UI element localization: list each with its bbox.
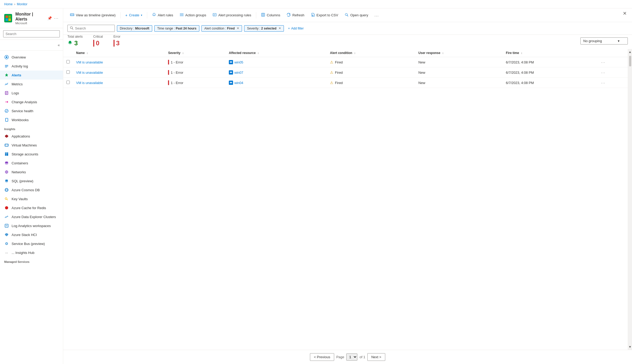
sidebar-item-label-metrics: Metrics: [12, 82, 23, 86]
scroll-down-icon[interactable]: ▼: [628, 344, 632, 350]
add-filter-button[interactable]: + Add filter: [286, 26, 306, 31]
breadcrumb-home[interactable]: Home: [4, 2, 13, 6]
stat-error: Error 3: [113, 35, 121, 47]
next-page-button[interactable]: Next >: [367, 353, 385, 361]
sidebar-item-key-vaults[interactable]: Key Vaults: [0, 194, 63, 203]
pin-icon[interactable]: 📌: [47, 16, 52, 20]
refresh-button[interactable]: Refresh: [284, 11, 307, 19]
sidebar-item-service-health[interactable]: Service health: [0, 106, 63, 115]
service-bus-icon: [4, 241, 9, 246]
more-icon[interactable]: ···: [54, 16, 59, 20]
toolbar: View as timeline (preview) + Create ▾ Al…: [63, 8, 632, 22]
row-name-cell: VM is unavailable: [73, 67, 165, 78]
toolbar-more-button[interactable]: ...: [372, 12, 382, 19]
sidebar-item-metrics[interactable]: Metrics: [0, 80, 63, 88]
refresh-label: Refresh: [292, 13, 304, 17]
action-groups-button[interactable]: Action groups: [177, 11, 209, 19]
row-menu-cell[interactable]: ···: [598, 57, 628, 67]
severity-text-2: 1 - Error: [171, 81, 183, 85]
alert-name-link-2[interactable]: VM is unavailable: [76, 81, 103, 85]
sidebar-item-logs[interactable]: Logs: [0, 88, 63, 97]
scroll-up-icon[interactable]: ▲: [628, 49, 632, 55]
alert-rules-button[interactable]: Alert rules: [149, 11, 176, 19]
create-button[interactable]: + Create ▾: [123, 12, 145, 19]
th-user-response[interactable]: User response ↕: [415, 49, 503, 57]
svg-line-35: [7, 216, 8, 217]
total-alerts-value: 3: [67, 40, 83, 47]
sidebar-item-insights-hub[interactable]: ··· ... Insights Hub: [0, 248, 63, 257]
th-affected-resource[interactable]: Affected resource ↕: [226, 49, 327, 57]
th-fire-time[interactable]: Fire time ↕: [503, 49, 598, 57]
row-menu-cell[interactable]: ···: [598, 67, 628, 78]
alert-name-link-0[interactable]: VM is unavailable: [76, 60, 103, 64]
page-number-select[interactable]: 1: [346, 353, 357, 361]
columns-button[interactable]: Columns: [258, 11, 283, 19]
row-name-cell: VM is unavailable: [73, 78, 165, 88]
sidebar-item-azure-stack-hci[interactable]: Azure Stack HCI: [0, 230, 63, 239]
collapse-sidebar-button[interactable]: «: [57, 42, 61, 48]
previous-page-button[interactable]: < Previous: [310, 353, 334, 361]
insights-section-title: Insights: [0, 124, 63, 132]
alert-name-link-1[interactable]: VM is unavailable: [76, 71, 103, 75]
export-csv-button[interactable]: Export to CSV: [308, 11, 341, 19]
row-checkbox-cell[interactable]: [63, 78, 73, 88]
th-checkbox: [63, 49, 73, 57]
sidebar-item-networks[interactable]: Networks: [0, 168, 63, 176]
content-area: Name ↕ Severity ↕ Affected resource ↕: [63, 49, 632, 350]
svg-rect-53: [261, 13, 265, 16]
row-checkbox-1[interactable]: [66, 70, 70, 74]
sidebar-item-sql[interactable]: SQL (preview): [0, 176, 63, 185]
row-user-response-cell: New: [415, 67, 503, 78]
svg-rect-19: [5, 144, 8, 146]
sidebar-item-storage-accounts[interactable]: Storage accounts: [0, 150, 63, 159]
sidebar-item-service-bus[interactable]: Service Bus (preview): [0, 239, 63, 248]
filter-severity-close-icon[interactable]: ✕: [279, 27, 281, 30]
alert-rules-icon: [152, 13, 156, 18]
breadcrumb-monitor[interactable]: Monitor: [17, 2, 27, 6]
svg-rect-36: [5, 224, 8, 227]
row-checkbox-2[interactable]: [66, 81, 70, 84]
filter-condition-close-icon[interactable]: ✕: [237, 27, 239, 30]
sidebar-item-alerts[interactable]: Alerts: [0, 71, 63, 80]
pagination: < Previous Page 1 of 1 Next >: [63, 350, 632, 364]
row-user-response-cell: New: [415, 78, 503, 88]
view-timeline-button[interactable]: View as timeline (preview): [67, 11, 118, 19]
row-checkbox-cell[interactable]: [63, 57, 73, 67]
sidebar-search-input[interactable]: [3, 30, 60, 37]
row-menu-icon-1[interactable]: ···: [601, 71, 606, 75]
open-query-button[interactable]: Open query: [342, 11, 371, 19]
row-checkbox-0[interactable]: [66, 60, 70, 63]
sidebar-header-actions[interactable]: 📌 ···: [47, 16, 59, 20]
row-menu-icon-0[interactable]: ···: [601, 60, 606, 64]
row-menu-icon-2[interactable]: ···: [601, 81, 606, 85]
sidebar-item-azure-cache-redis[interactable]: Azure Cache for Redis: [0, 203, 63, 212]
sidebar-item-containers[interactable]: Containers: [0, 159, 63, 168]
filter-search-area[interactable]: [67, 25, 115, 32]
resource-link-2[interactable]: win04: [229, 81, 324, 85]
th-name[interactable]: Name ↕: [73, 49, 165, 57]
resource-link-1[interactable]: win07: [229, 70, 324, 75]
alert-processing-rules-button[interactable]: Alert processing rules: [210, 11, 254, 19]
sidebar-item-log-analytics[interactable]: Log Analytics workspaces: [0, 221, 63, 230]
grouping-dropdown[interactable]: No grouping ▾: [580, 37, 628, 45]
resource-link-0[interactable]: win05: [229, 60, 324, 64]
sidebar-item-change-analysis[interactable]: Change Analysis: [0, 97, 63, 106]
sidebar-item-activity-log[interactable]: Activity log: [0, 62, 63, 71]
row-menu-cell[interactable]: ···: [598, 78, 628, 88]
sidebar-item-applications[interactable]: Applications: [0, 132, 63, 141]
scroll-bar[interactable]: ▲ ▼: [628, 49, 632, 350]
row-checkbox-cell[interactable]: [63, 67, 73, 78]
th-severity[interactable]: Severity ↕: [165, 49, 225, 57]
alerts-table: Name ↕ Severity ↕ Affected resource ↕: [63, 49, 628, 88]
th-name-sort-icon: ↕: [87, 52, 88, 55]
sidebar-item-cosmos-db[interactable]: Azure Cosmos DB: [0, 185, 63, 194]
filter-pill-alert-condition[interactable]: Alert condition : Fired ✕: [201, 25, 242, 32]
sidebar-item-overview[interactable]: Overview: [0, 53, 63, 62]
sidebar-item-virtual-machines[interactable]: Virtual Machines: [0, 141, 63, 150]
sidebar-item-data-explorer[interactable]: Azure Data Explorer Clusters: [0, 212, 63, 221]
th-alert-condition[interactable]: Alert condition ↕: [327, 49, 415, 57]
filter-search-input[interactable]: [75, 26, 112, 30]
sidebar-item-workbooks[interactable]: Workbooks: [0, 115, 63, 124]
close-button[interactable]: ✕: [623, 11, 627, 16]
filter-pill-severity[interactable]: Severity : 2 selected ✕: [244, 25, 284, 32]
